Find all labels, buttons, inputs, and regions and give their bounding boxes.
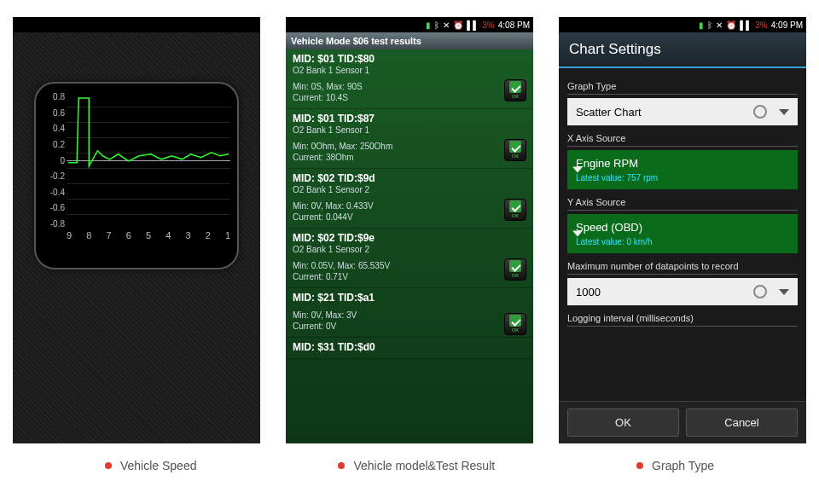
screen-test-results: ▮ ᛒ ✕ ⏰ ▌▌ 3% 4:08 PM Vehicle Mode $06 t… xyxy=(286,17,533,443)
graph-type-label: Graph Type xyxy=(567,78,798,95)
result-subtitle: O2 Bank 1 Sensor 1 xyxy=(293,66,526,75)
chevron-down-icon xyxy=(572,167,583,173)
alarm-icon: ⏰ xyxy=(453,20,463,30)
radio-icon xyxy=(753,285,767,298)
result-mid: MID: $31 TID:$d0 xyxy=(293,341,526,353)
y-tick: -0.4 xyxy=(43,188,65,197)
y-tick: -0.2 xyxy=(43,171,65,181)
screens-row: 加速度 g 0.8 0.6 0.4 0.2 0 -0.2 -0.4 -0.6 -… xyxy=(0,0,819,443)
x-axis: 9 8 7 6 5 4 3 2 1 xyxy=(67,230,230,240)
x-tick: 1 xyxy=(225,230,230,240)
x-tick: 3 xyxy=(185,230,190,240)
mute-icon: ✕ xyxy=(443,20,450,30)
dialog-header: Chart Settings xyxy=(559,32,806,68)
chevron-down-icon xyxy=(779,289,789,295)
caption-text: Vehicle Speed xyxy=(120,459,197,472)
graph-type-value: Scatter Chart xyxy=(576,106,753,119)
radio-icon xyxy=(753,105,767,119)
mute-icon: ✕ xyxy=(716,20,723,30)
result-values: Min: 0V, Max: 0.433VCurrent: 0.044V xyxy=(293,201,526,223)
result-mid: MID: $21 TID:$a1 xyxy=(293,292,526,304)
alarm-icon: ⏰ xyxy=(726,20,736,30)
status-time: 4:08 PM xyxy=(498,20,530,30)
screen-vehicle-speed: 加速度 g 0.8 0.6 0.4 0.2 0 -0.2 -0.4 -0.6 -… xyxy=(13,17,260,443)
result-item[interactable]: MID: $02 TID:$9eO2 Bank 1 Sensor 2Min: 0… xyxy=(286,229,533,288)
bullet-icon xyxy=(105,462,112,469)
y-tick: 0.8 xyxy=(43,92,65,101)
signal-icon: ▌▌ xyxy=(740,20,752,30)
result-item[interactable]: MID: $01 TID:$80O2 Bank 1 Sensor 1Min: 0… xyxy=(286,49,533,109)
bullet-icon xyxy=(338,462,345,469)
chevron-down-icon xyxy=(572,231,583,237)
x-tick: 6 xyxy=(126,230,131,240)
result-mid: MID: $01 TID:$80 xyxy=(293,53,526,65)
xaxis-select[interactable]: Engine RPM Latest value: 757 rpm xyxy=(567,150,798,189)
result-item[interactable]: MID: $21 TID:$a1Min: 0V, Max: 3VCurrent:… xyxy=(286,288,533,338)
y-tick: 0.2 xyxy=(43,140,65,149)
y-axis: 0.8 0.6 0.4 0.2 0 -0.2 -0.4 -0.6 -0.8 xyxy=(43,92,65,229)
battery-icon: ▮ xyxy=(699,20,704,30)
yaxis-label: Y Axis Source xyxy=(567,194,798,211)
signal-icon: ▌▌ xyxy=(467,20,479,30)
result-values: Min: 0S, Max: 90SCurrent: 10.4S xyxy=(293,82,526,103)
captions-row: Vehicle Speed Vehicle model&Test Result … xyxy=(0,459,819,472)
caption-2: Vehicle model&Test Result xyxy=(338,459,495,472)
result-values: Min: 0Ohm, Max: 250OhmCurrent: 38Ohm xyxy=(293,142,526,163)
ok-badge: OK xyxy=(504,139,526,161)
x-tick: 8 xyxy=(86,230,91,240)
ok-badge: OK xyxy=(504,199,526,221)
status-bar: ▮ ᛒ ✕ ⏰ ▌▌ 3% 4:09 PM xyxy=(559,17,806,32)
battery-icon: ▮ xyxy=(426,20,431,30)
xaxis-label: X Axis Source xyxy=(567,130,798,147)
ok-button[interactable]: OK xyxy=(567,408,679,437)
check-icon xyxy=(509,81,521,93)
result-mid: MID: $01 TID:$87 xyxy=(293,113,526,125)
ok-badge: OK xyxy=(504,79,526,101)
bluetooth-icon: ᛒ xyxy=(434,20,439,30)
status-time: 4:09 PM xyxy=(771,20,803,30)
result-mid: MID: $02 TID:$9d xyxy=(293,172,526,184)
status-bar: ▮ ᛒ ✕ ⏰ ▌▌ 3% 4:08 PM xyxy=(286,17,533,32)
caption-text: Vehicle model&Test Result xyxy=(353,459,495,472)
chevron-down-icon xyxy=(779,109,789,115)
yaxis-subvalue: Latest value: 0 km/h xyxy=(576,237,769,246)
result-values: Min: 0V, Max: 3VCurrent: 0V xyxy=(293,310,526,332)
graph-type-select[interactable]: Scatter Chart xyxy=(567,98,798,125)
check-icon xyxy=(509,141,521,153)
page-title: Vehicle Mode $06 test results xyxy=(286,32,533,49)
result-mid: MID: $02 TID:$9e xyxy=(293,232,526,244)
status-icon xyxy=(248,20,257,29)
chart-plot-area xyxy=(67,92,230,229)
cancel-button[interactable]: Cancel xyxy=(686,408,798,437)
result-subtitle: O2 Bank 1 Sensor 1 xyxy=(293,125,526,135)
y-tick: 0 xyxy=(43,156,65,165)
results-list[interactable]: MID: $01 TID:$80O2 Bank 1 Sensor 1Min: 0… xyxy=(286,49,533,443)
x-tick: 4 xyxy=(166,230,171,240)
check-icon xyxy=(509,315,521,327)
result-item[interactable]: MID: $31 TID:$d0 xyxy=(286,338,533,359)
check-icon xyxy=(509,260,521,272)
y-tick: 0.6 xyxy=(43,108,65,118)
result-subtitle: O2 Bank 1 Sensor 2 xyxy=(293,245,526,254)
max-datapoints-label: Maximum number of datapoints to record xyxy=(567,258,798,275)
x-tick: 7 xyxy=(106,230,111,240)
check-icon xyxy=(509,200,521,212)
yaxis-select[interactable]: Speed (OBD) Latest value: 0 km/h xyxy=(567,214,798,253)
interval-label: Logging interval (milliseconds) xyxy=(567,310,798,327)
battery-percent: 3% xyxy=(755,20,767,30)
ok-badge: OK xyxy=(504,258,526,281)
acceleration-gauge: 加速度 g 0.8 0.6 0.4 0.2 0 -0.2 -0.4 -0.6 -… xyxy=(34,82,239,269)
max-datapoints-value: 1000 xyxy=(576,286,753,298)
chart-trace xyxy=(67,92,230,230)
max-datapoints-select[interactable]: 1000 xyxy=(567,278,798,305)
result-values: Min: 0.05V, Max: 65.535VCurrent: 0.71V xyxy=(293,261,526,282)
bluetooth-icon: ᛒ xyxy=(707,20,712,30)
caption-1: Vehicle Speed xyxy=(105,459,197,472)
result-item[interactable]: MID: $01 TID:$87O2 Bank 1 Sensor 1Min: 0… xyxy=(286,109,533,169)
xaxis-subvalue: Latest value: 757 rpm xyxy=(576,173,769,182)
yaxis-value: Speed (OBD) xyxy=(576,221,769,234)
result-item[interactable]: MID: $02 TID:$9dO2 Bank 1 Sensor 2Min: 0… xyxy=(286,169,533,229)
screen-chart-settings: ▮ ᛒ ✕ ⏰ ▌▌ 3% 4:09 PM Chart Settings Gra… xyxy=(559,17,806,443)
xaxis-value: Engine RPM xyxy=(576,157,769,170)
caption-text: Graph Type xyxy=(652,459,714,472)
